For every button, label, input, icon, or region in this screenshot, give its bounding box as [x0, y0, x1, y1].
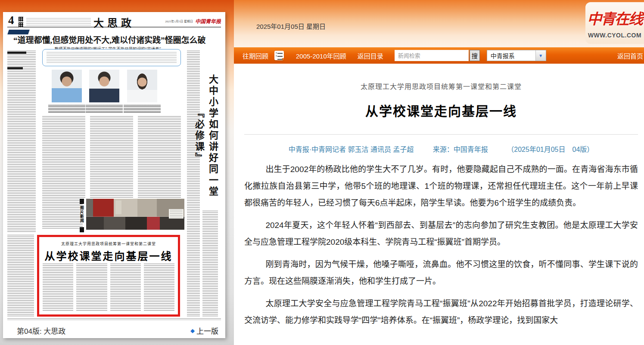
- page-navigation-bar: 第04版: 大思政 ◆ 上一版: [3, 323, 225, 338]
- nav-home-link[interactable]: 返回首页: [613, 51, 644, 60]
- boxed-article-subtitle: 太原理工大学用思政项目统筹第一课堂和第二课堂: [39, 241, 178, 246]
- newspaper-imprint-placeholder: [7, 318, 221, 321]
- text-heading-placeholder: [7, 67, 23, 69]
- text-column-placeholder: [90, 116, 133, 198]
- news-photo: [86, 199, 184, 230]
- text-column-placeholder: [42, 116, 85, 198]
- newspaper-logo: 中国青年报: [195, 17, 221, 25]
- divider: [244, 134, 638, 135]
- newspaper-panel: 4 大思政 2025年1月5日 星期日 中国青年报 “道理都懂,但感觉用处不大,…: [0, 0, 234, 345]
- text-column-placeholder: [43, 264, 73, 311]
- newspaper-section-title: 大思政: [59, 16, 169, 30]
- issue-date: 2025年01月05日 星期日: [256, 22, 326, 31]
- site-header: 2025年01月05日 星期日 中青在线 WWW.CYOL.COM: [234, 0, 644, 47]
- article-paragraph: 出生于2002年的杨政比他的学生大不了几岁。有时，他要隐藏起自己不成熟的一面。在…: [244, 161, 638, 211]
- text-column-placeholder: [144, 264, 174, 311]
- newspaper-masthead: 4 大思政 2025年1月5日 星期日 中国青年报: [7, 16, 221, 28]
- search-input[interactable]: [395, 50, 469, 61]
- article-paragraph: 刚到青海时，因为气候干燥，他嗓子嘶哑，流鼻血。他不习惯这里的饮食，听不懂同事、学…: [244, 256, 638, 290]
- article-body: 出生于2002年的杨政比他的学生大不了几岁。有时，他要隐藏起自己不成熟的一面。在…: [244, 161, 638, 329]
- text-heading-placeholder: [7, 52, 26, 54]
- photo-caption-placeholder: [86, 105, 123, 113]
- newspaper-page-image[interactable]: 4 大思政 2025年1月5日 星期日 中国青年报 “道理都懂,但感觉用处不大,…: [3, 12, 225, 338]
- dropdown-arrow-icon: ▾: [282, 57, 284, 62]
- portrait-photo: [127, 70, 157, 102]
- article-content: 太原理工大学用思政项目统筹第一课堂和第二课堂 从学校课堂走向基层一线 中青报·中…: [234, 64, 644, 345]
- nav-review-link[interactable]: 2005-2010年回顾: [292, 51, 351, 60]
- search-area: 搜: [395, 50, 480, 61]
- newspaper-page-number: 4: [8, 16, 14, 27]
- page-label: 第04版: 大思政: [17, 325, 65, 336]
- series-select-value: 中青报系: [487, 51, 535, 60]
- cyol-logo-url: WWW.CYOL.COM: [585, 32, 644, 39]
- byline-issue: （2025年01月05日 04版）: [507, 146, 594, 153]
- text-column-placeholder: [42, 199, 83, 230]
- article-byline: 中青报·中青网记者 郭玉洁 通讯员 孟子超 来源：中国青年报 （2025年01月…: [244, 144, 638, 154]
- chevron-down-icon: ▼: [535, 50, 546, 61]
- intro-text-placeholder: [47, 52, 177, 63]
- text-column-placeholder: [110, 264, 141, 311]
- search-button[interactable]: 搜: [470, 50, 480, 61]
- photo-credit-placeholder: [169, 209, 184, 219]
- photo-caption-placeholder: [124, 105, 161, 113]
- prev-page-icon: ◆: [190, 327, 195, 334]
- portrait-photo: [89, 70, 119, 102]
- text-column-placeholder: [202, 211, 218, 317]
- text-column-placeholder: [138, 116, 181, 198]
- article-title: 从学校课堂走向基层一线: [244, 101, 638, 120]
- article-paragraph: 太原理工大学安全与应急管理工程学院青马工程“振翼班”从2022年开始招募首批学员…: [244, 295, 638, 329]
- highlighted-article-box[interactable]: 太原理工大学用思政项目统筹第一课堂和第二课堂 从学校课堂走向基层一线: [37, 235, 180, 317]
- mural-figure: [115, 200, 121, 214]
- photo-caption-placeholder: [48, 105, 85, 113]
- vertical-headline: 大中小学如何讲好同一堂『必修课』: [201, 65, 219, 207]
- series-select[interactable]: 中青报系 ▼: [487, 50, 546, 61]
- previous-page-link[interactable]: ◆ 上一版: [190, 325, 218, 336]
- boxed-article-title: 从学校课堂走向基层一线: [39, 248, 178, 263]
- cyol-logo[interactable]: 中青在线 WWW.CYOL.COM: [585, 2, 644, 44]
- text-column-placeholder: [76, 264, 107, 311]
- article-subtitle: 太原理工大学用思政项目统筹第一课堂和第二课堂: [244, 81, 638, 91]
- newspaper-date: 2025年1月5日 星期日: [165, 19, 193, 23]
- navigation-bar: 往期回顾 ▾ 2005-2010年回顾 返回目录 搜 中青报系 ▼ 返回首页: [234, 47, 644, 64]
- portrait-photo: [52, 70, 82, 102]
- nav-toc-link[interactable]: 返回目录: [353, 51, 388, 60]
- article-panel: 2025年01月05日 星期日 中青在线 WWW.CYOL.COM 往期回顾 ▾…: [234, 0, 644, 345]
- byline-author: 中青报·中青网记者 郭玉洁 通讯员 孟子超: [289, 146, 414, 153]
- qr-code-icon: [19, 22, 23, 27]
- article-paragraph: 2024年夏天，这个年轻人怀着“到西部去、到基层去”的志向参加了研究生支教团。他…: [244, 217, 638, 250]
- archive-list-icon[interactable]: ▾: [274, 51, 284, 60]
- newspaper-headline: “道理都懂,但感觉用处不大,难以付诸实践”怪圈怎么破: [13, 34, 204, 45]
- page: 4 大思政 2025年1月5日 星期日 中国青年报 “道理都懂,但感觉用处不大,…: [0, 0, 644, 345]
- newspaper-facsimile: 4 大思政 2025年1月5日 星期日 中国青年报 “道理都懂,但感觉用处不大,…: [7, 16, 221, 322]
- text-column-placeholder: [7, 51, 36, 233]
- byline-source: 来源：中国青年报: [433, 146, 488, 153]
- qr-code-icon: [19, 17, 23, 22]
- intro-box: [42, 49, 181, 66]
- previous-page-label: 上一版: [196, 325, 218, 336]
- nav-archive-link[interactable]: 往期回顾: [238, 51, 273, 60]
- text-column-placeholder: [7, 235, 34, 317]
- text-column-placeholder: [187, 51, 200, 317]
- cyol-logo-text: 中青在线: [585, 7, 644, 28]
